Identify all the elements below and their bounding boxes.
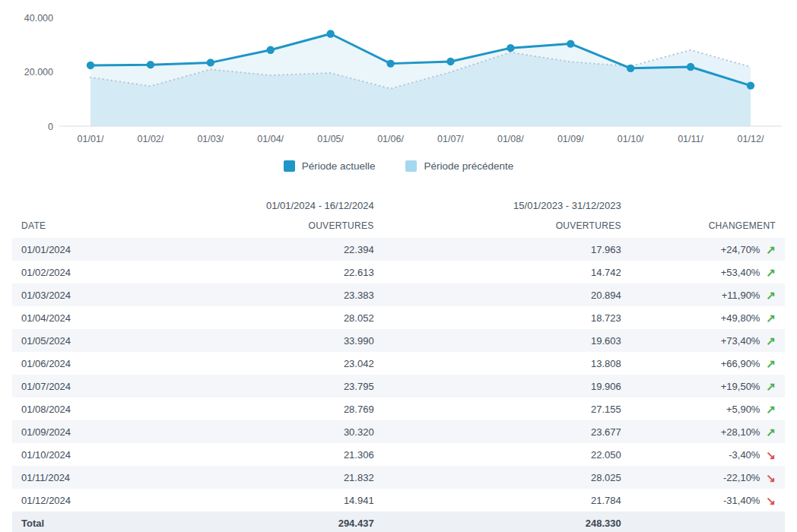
data-point[interactable] — [207, 59, 214, 66]
current-period-swatch-icon — [284, 160, 295, 172]
change-value: +28,10% — [721, 426, 760, 438]
table-row: 01/01/202422.39417.963+24,70%↗ — [12, 238, 785, 261]
x-tick-label: 01/11/ — [678, 134, 703, 144]
change-cell: +19,50%↗ — [630, 375, 785, 397]
current-openings-cell: 23.795 — [159, 375, 383, 397]
table-row: 01/09/202430.32023.677+28,10%↗ — [12, 420, 785, 443]
x-tick-label: 01/05/ — [317, 134, 344, 144]
data-point[interactable] — [267, 46, 275, 54]
date-cell: 01/09/2024 — [12, 420, 159, 443]
x-tick-label: 01/03/ — [197, 134, 224, 144]
period-range-current: 01/01/2024 - 16/12/2024 — [159, 196, 383, 217]
trend-up-icon: ↗ — [766, 404, 776, 415]
period-header-spacer — [12, 196, 159, 217]
x-tick-label: 01/02/ — [138, 134, 164, 144]
date-cell: 01/01/2024 — [12, 238, 159, 261]
col-header-openings-previous: OUVERTURES — [383, 217, 630, 238]
previous-openings-cell: 14.742 — [383, 261, 630, 283]
col-header-date: DATE — [12, 217, 159, 238]
date-cell: 01/02/2024 — [12, 261, 159, 283]
current-openings-cell: 22.613 — [159, 261, 383, 283]
trend-up-icon: ↗ — [766, 426, 776, 438]
trend-down-icon: ↘ — [766, 472, 776, 483]
table-row: 01/06/202423.04213.808+66,90%↗ — [12, 352, 785, 375]
change-cell: +28,10%↗ — [630, 420, 785, 443]
change-value: +11,90% — [722, 290, 760, 301]
change-cell: +53,40%↗ — [630, 261, 785, 283]
total-change-cell — [630, 511, 785, 532]
change-cell: +5,90%↗ — [630, 397, 785, 420]
openings-table: 01/01/2024 - 16/12/2024 15/01/2023 - 31/… — [12, 196, 785, 532]
previous-openings-cell: 19.603 — [383, 329, 630, 352]
current-openings-cell: 33.990 — [159, 329, 383, 352]
change-cell: -31,40%↘ — [630, 489, 785, 511]
data-point[interactable] — [386, 59, 394, 67]
trend-up-icon: ↗ — [766, 312, 776, 324]
current-openings-cell: 23.042 — [159, 352, 383, 375]
change-value: +49,80% — [721, 312, 760, 324]
current-openings-cell: 21.306 — [159, 443, 383, 466]
table-row: 01/07/202423.79519.906+19,50%↗ — [12, 375, 785, 397]
x-tick-label: 01/08/ — [497, 134, 524, 144]
current-openings-cell: 22.394 — [159, 238, 383, 261]
change-value: -3,40% — [729, 449, 760, 461]
data-point[interactable] — [446, 58, 454, 65]
previous-openings-cell: 23.677 — [383, 420, 630, 443]
change-value: +5,90% — [726, 404, 760, 415]
change-cell: +24,70%↗ — [630, 238, 785, 261]
change-value: -31,40% — [723, 495, 760, 506]
data-point[interactable] — [506, 44, 514, 52]
total-current-cell: 294.437 — [159, 511, 383, 532]
y-tick-label: 20.000 — [24, 67, 53, 78]
current-openings-cell: 30.320 — [159, 420, 383, 443]
table-row: 01/10/202421.30622.050-3,40%↘ — [12, 443, 785, 466]
data-point[interactable] — [326, 30, 334, 37]
change-value: +24,70% — [721, 244, 760, 255]
table-row: 01/04/202428.05218.723+49,80%↗ — [12, 306, 785, 329]
x-tick-label: 01/04/ — [257, 134, 284, 144]
change-value: +19,50% — [721, 381, 760, 392]
previous-openings-cell: 22.050 — [383, 443, 630, 466]
legend-label-current: Période actuelle — [302, 160, 376, 172]
previous-openings-cell: 28.025 — [383, 466, 630, 489]
y-tick-label: 0 — [48, 122, 53, 132]
x-tick-label: 01/01/ — [78, 134, 104, 144]
legend-item-previous-period[interactable]: Période précédente — [405, 158, 513, 173]
data-point[interactable] — [87, 62, 94, 69]
x-tick-label: 01/10/ — [618, 134, 644, 144]
data-point[interactable] — [627, 65, 634, 72]
line-chart[interactable]: 020.00040.00001/01/01/02/01/03/01/04/01/… — [0, 5, 797, 149]
date-cell: 01/03/2024 — [12, 283, 159, 306]
previous-openings-cell: 19.906 — [383, 375, 630, 397]
change-cell: +49,80%↗ — [630, 306, 785, 329]
change-cell: +66,90%↗ — [630, 352, 785, 375]
change-cell: +73,40%↗ — [630, 329, 785, 352]
current-openings-cell: 28.052 — [159, 306, 383, 329]
change-value: +53,40% — [721, 267, 760, 278]
date-cell: 01/10/2024 — [12, 443, 159, 466]
table-row: 01/03/202423.38320.894+11,90%↗ — [12, 283, 785, 306]
x-tick-label: 01/07/ — [437, 134, 464, 144]
openings-chart: 020.00040.00001/01/01/02/01/03/01/04/01/… — [0, 5, 797, 173]
change-value: +73,40% — [721, 335, 760, 347]
legend-item-current-period[interactable]: Période actuelle — [284, 158, 376, 173]
current-openings-cell: 14.941 — [159, 489, 383, 511]
date-cell: 01/04/2024 — [12, 306, 159, 329]
data-point[interactable] — [567, 40, 574, 47]
change-cell: +11,90%↗ — [630, 283, 785, 306]
change-value: -22,10% — [723, 472, 760, 483]
data-point[interactable] — [147, 61, 154, 68]
table-row: 01/12/202414.94121.784-31,40%↘ — [12, 489, 785, 511]
date-cell: 01/05/2024 — [12, 329, 159, 352]
date-cell: 01/07/2024 — [12, 375, 159, 397]
data-point[interactable] — [687, 63, 694, 71]
trend-down-icon: ↘ — [766, 449, 776, 461]
trend-up-icon: ↗ — [766, 290, 776, 301]
previous-openings-cell: 21.784 — [383, 489, 630, 511]
trend-up-icon: ↗ — [766, 358, 776, 369]
x-tick-label: 01/06/ — [377, 134, 404, 144]
data-point[interactable] — [747, 81, 754, 89]
period-header-row: 01/01/2024 - 16/12/2024 15/01/2023 - 31/… — [12, 196, 785, 217]
change-value: +66,90% — [721, 358, 760, 369]
legend-label-previous: Période précédente — [424, 160, 513, 172]
